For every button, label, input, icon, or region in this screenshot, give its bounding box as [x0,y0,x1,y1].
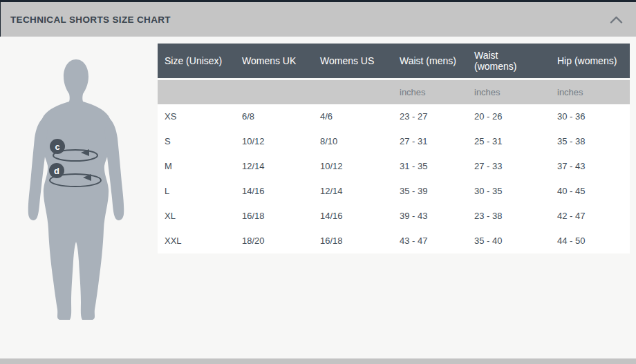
marker-d-label: d [54,166,59,176]
value-cell: 14/16 [313,204,393,229]
value-cell: 35 - 39 [393,179,467,204]
units-row: inches inches inches [158,79,630,104]
marker-c: c [50,139,65,154]
marker-d: d [49,163,64,178]
units-cell [235,79,313,104]
table-row-xxl: XXL 18/20 16/18 43 - 47 35 - 40 44 - 50 [158,229,630,253]
column-header-waist-womens: Waist (womens) [467,44,550,79]
column-header-waist-mens: Waist (mens) [393,44,467,79]
value-cell: 40 - 45 [550,179,630,204]
value-cell: 39 - 43 [393,204,467,229]
value-cell: 27 - 33 [467,154,550,179]
value-cell: 43 - 47 [393,229,467,253]
size-cell: L [158,179,235,204]
marker-c-label: c [55,142,59,152]
column-header-womens-uk: Womens UK [235,44,313,79]
value-cell: 27 - 31 [393,129,467,154]
body-measurement-figure: c d [21,48,152,321]
value-cell: 25 - 31 [467,129,550,154]
value-cell: 42 - 47 [550,204,630,229]
body-silhouette [28,59,124,320]
units-cell: inches [467,79,550,104]
accordion-header[interactable]: TECHNICAL SHORTS SIZE CHART [0,0,636,37]
size-cell: XS [158,104,235,129]
value-cell: 23 - 27 [393,104,467,129]
value-cell: 12/14 [313,179,393,204]
column-header-size: Size (Unisex) [158,44,235,79]
table-header-row: Size (Unisex) Womens UK Womens US Waist … [158,44,630,79]
table-row-xs: XS 6/8 4/6 23 - 27 20 - 26 30 - 36 [158,104,630,129]
value-cell: 35 - 40 [467,229,550,253]
value-cell: 23 - 38 [467,204,550,229]
value-cell: 10/12 [235,129,313,154]
value-cell: 18/20 [235,229,313,253]
size-chart-panel: TECHNICAL SHORTS SIZE CHART [0,0,636,364]
value-cell: 44 - 50 [550,229,630,253]
value-cell: 8/10 [313,129,393,154]
value-cell: 10/12 [313,154,393,179]
units-cell [158,79,235,104]
size-cell: XL [158,204,235,229]
body-figure-svg: c d [21,48,152,321]
panel-title: TECHNICAL SHORTS SIZE CHART [10,15,171,25]
value-cell: 30 - 35 [467,179,550,204]
size-chart-table: Size (Unisex) Womens UK Womens US Waist … [158,44,630,253]
value-cell: 37 - 43 [550,154,630,179]
value-cell: 6/8 [235,104,313,129]
value-cell: 35 - 38 [550,129,630,154]
value-cell: 16/18 [235,204,313,229]
table-row-s: S 10/12 8/10 27 - 31 25 - 31 35 - 38 [158,129,630,154]
table-row-xl: XL 16/18 14/16 39 - 43 23 - 38 42 - 47 [158,204,630,229]
chevron-up-icon[interactable] [610,16,623,23]
value-cell: 4/6 [313,104,393,129]
units-cell: inches [550,79,630,104]
value-cell: 16/18 [313,229,393,253]
column-header-hip-womens: Hip (womens) [550,44,630,79]
bottom-divider-bar [0,358,636,364]
units-cell: inches [393,79,467,104]
size-cell: M [158,154,235,179]
value-cell: 14/16 [235,179,313,204]
value-cell: 31 - 35 [393,154,467,179]
table-row-m: M 12/14 10/12 31 - 35 27 - 33 37 - 43 [158,154,630,179]
value-cell: 20 - 26 [467,104,550,129]
size-cell: S [158,129,235,154]
column-header-womens-us: Womens US [313,44,393,79]
size-cell: XXL [158,229,235,253]
value-cell: 30 - 36 [550,104,630,129]
table-row-l: L 14/16 12/14 35 - 39 30 - 35 40 - 45 [158,179,630,204]
value-cell: 12/14 [235,154,313,179]
units-cell [313,79,393,104]
